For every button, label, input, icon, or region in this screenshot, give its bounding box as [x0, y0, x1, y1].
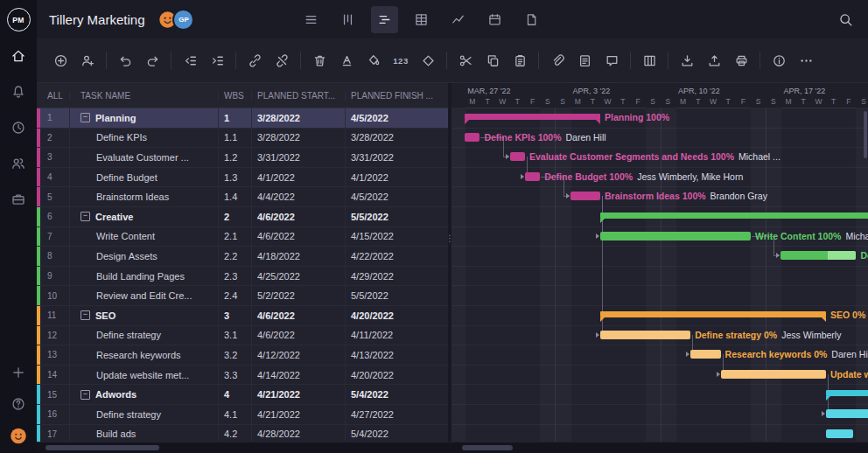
- view-tab-board[interactable]: [334, 6, 361, 33]
- toolbar-link-tasks-icon[interactable]: [244, 50, 265, 71]
- planned-start-cell: 4/4/2022: [252, 187, 346, 206]
- table-row-build-landing-pages[interactable]: 9Build Landing Pages2.34/25/20224/29/202…: [37, 267, 448, 287]
- task-name-cell: Define KPIs: [70, 129, 219, 148]
- table-row-write-content[interactable]: 7Write Content2.14/6/20224/15/2022: [37, 227, 448, 247]
- toolbar-cut-icon[interactable]: [455, 50, 476, 71]
- gantt-bar-adwords[interactable]: [826, 390, 868, 396]
- toolbar-print-icon[interactable]: [731, 50, 752, 71]
- view-tab-document[interactable]: [518, 6, 545, 33]
- view-tab-sheet[interactable]: [408, 6, 435, 33]
- gantt-bar-define-kpis[interactable]: [465, 133, 480, 142]
- toolbar-delete-icon[interactable]: [309, 50, 330, 71]
- toolbar-comment-icon[interactable]: [601, 50, 622, 71]
- toolbar-info-icon[interactable]: [768, 50, 789, 71]
- view-tab-list[interactable]: [298, 6, 325, 33]
- toolbar-copy-icon[interactable]: [482, 50, 503, 71]
- timeline-day-letter: W: [705, 97, 720, 106]
- table-row-build-ads[interactable]: 17Build ads4.24/28/20225/4/2022: [37, 425, 448, 443]
- table-hscroll-thumb[interactable]: [46, 445, 159, 450]
- timeline-week-label: APR, 17 '22: [783, 87, 825, 95]
- gantt-bar-write-content[interactable]: [600, 232, 751, 240]
- toolbar-outdent-icon[interactable]: [179, 50, 200, 71]
- column-header-task-name[interactable]: TASK NAME: [70, 91, 219, 101]
- row-color-strip: [37, 108, 40, 128]
- collapse-icon[interactable]: −: [80, 113, 90, 122]
- table-row-define-kpis[interactable]: 2Define KPIs1.13/28/20223/28/2022: [37, 129, 448, 149]
- toolbar-export-icon[interactable]: [704, 50, 724, 71]
- vertical-scrollbar-thumb[interactable]: [864, 111, 867, 158]
- view-tab-gantt[interactable]: [371, 6, 398, 33]
- toolbar-milestone-icon[interactable]: [417, 50, 438, 71]
- table-row-seo[interactable]: 11−SEO34/6/20224/20/2022: [37, 306, 448, 326]
- gantt-bar-seo[interactable]: [600, 311, 826, 317]
- collapse-icon[interactable]: −: [80, 310, 90, 320]
- gantt-bar-research-keywords[interactable]: [690, 350, 720, 359]
- recent-icon[interactable]: [10, 119, 27, 136]
- table-row-planning[interactable]: 1−Planning13/28/20224/5/2022: [37, 108, 448, 129]
- gantt-bar-update-website-met[interactable]: [721, 370, 826, 379]
- gantt-bar-label: Update website met... 0%: [830, 369, 868, 380]
- gantt-bar-define-strategy[interactable]: [600, 331, 690, 339]
- gantt-bar-creative[interactable]: [600, 213, 868, 219]
- toolbar-paste-icon[interactable]: [509, 50, 530, 71]
- gantt-hscroll-thumb[interactable]: [462, 445, 513, 450]
- toolbar-fill-color-icon[interactable]: [363, 50, 384, 71]
- toolbar-unlink-tasks-icon[interactable]: [271, 50, 292, 71]
- notifications-icon[interactable]: [10, 83, 27, 101]
- user-avatar[interactable]: [10, 427, 27, 444]
- column-header-all[interactable]: ALL: [37, 91, 70, 101]
- gantt-bar-define-budget[interactable]: [525, 172, 540, 181]
- collapse-icon[interactable]: −: [80, 390, 90, 400]
- gantt-bar-design-assets[interactable]: [780, 251, 856, 260]
- planned-finish-cell: 4/20/2022: [346, 306, 448, 325]
- gantt-bar-planning[interactable]: [465, 114, 600, 120]
- table-row-research-keywords[interactable]: 13Research keywords3.24/12/20224/13/2022: [37, 345, 448, 366]
- planned-finish-cell: 4/11/2022: [346, 326, 448, 345]
- table-row-update-website-met[interactable]: 14Update website met...3.34/14/20224/20/…: [37, 366, 448, 386]
- home-icon[interactable]: [10, 47, 27, 65]
- task-name-cell: Define strategy: [70, 326, 219, 345]
- team-icon[interactable]: [10, 155, 27, 172]
- toolbar-number-format[interactable]: 123: [390, 50, 411, 71]
- toolbar-columns-icon[interactable]: [639, 50, 660, 71]
- table-row-define-budget[interactable]: 4Define Budget1.34/1/20224/1/2022: [37, 168, 448, 188]
- column-header-planned-finish[interactable]: PLANNED FINISH ...: [346, 91, 448, 101]
- toolbar-attachment-icon[interactable]: [547, 50, 568, 71]
- toolbar-add-task-icon[interactable]: [50, 50, 71, 71]
- toolbar-text-format-icon[interactable]: [336, 50, 357, 71]
- gantt-bar-brainstorm-ideas[interactable]: [570, 192, 600, 200]
- column-header-planned-start[interactable]: PLANNED START...: [252, 91, 346, 101]
- view-tab-calendar[interactable]: [481, 6, 508, 33]
- table-row-creative[interactable]: 6−Creative24/6/20225/5/2022: [37, 207, 448, 227]
- add-new-icon[interactable]: [10, 364, 27, 381]
- search-icon[interactable]: [835, 9, 856, 30]
- toolbar-redo-icon[interactable]: [142, 50, 163, 71]
- table-row-define-strategy[interactable]: 12Define strategy3.14/6/20224/11/2022: [37, 326, 448, 346]
- toolbar-assign-user-icon[interactable]: [77, 50, 98, 71]
- gantt-bar-evaluate-customer[interactable]: [510, 152, 525, 161]
- table-row-review-and-edit-cre[interactable]: 10Review and Edit Cre...2.45/2/20225/5/2…: [37, 286, 448, 306]
- pm-logo[interactable]: PM: [7, 8, 31, 31]
- collapse-icon[interactable]: −: [80, 212, 90, 221]
- toolbar-undo-icon[interactable]: [115, 50, 136, 71]
- view-tab-chart[interactable]: [444, 6, 472, 33]
- table-row-adwords[interactable]: 15−Adwords44/21/20225/4/2022: [37, 385, 448, 405]
- toolbar-notes-icon[interactable]: [574, 50, 595, 71]
- column-header-wbs[interactable]: WBS: [219, 91, 252, 101]
- gantt-bar-define-strategy[interactable]: [826, 409, 868, 418]
- toolbar-more-icon[interactable]: [795, 50, 816, 71]
- dependency-arrow: [822, 411, 825, 416]
- toolbar-import-icon[interactable]: [676, 50, 697, 71]
- table-row-brainstorm-ideas[interactable]: 5Brainstorm Ideas1.44/4/20224/5/2022: [37, 187, 448, 207]
- task-name: Design Assets: [96, 251, 158, 261]
- toolbar-indent-icon[interactable]: [206, 50, 228, 71]
- table-row-define-strategy[interactable]: 16Define strategy4.14/21/20224/27/2022: [37, 405, 448, 425]
- gantt-bar-build-ads[interactable]: [826, 429, 853, 438]
- sidebar-bottom: [10, 364, 27, 444]
- left-sidebar: PM: [0, 0, 37, 453]
- table-row-design-assets[interactable]: 8Design Assets2.24/18/20224/22/2022: [37, 247, 448, 267]
- projects-icon[interactable]: [10, 191, 27, 208]
- help-icon[interactable]: [10, 395, 27, 413]
- table-row-evaluate-customer[interactable]: 3Evaluate Customer ...1.23/31/20223/31/2…: [37, 148, 448, 168]
- member-avatar-gp[interactable]: GP: [172, 9, 194, 31]
